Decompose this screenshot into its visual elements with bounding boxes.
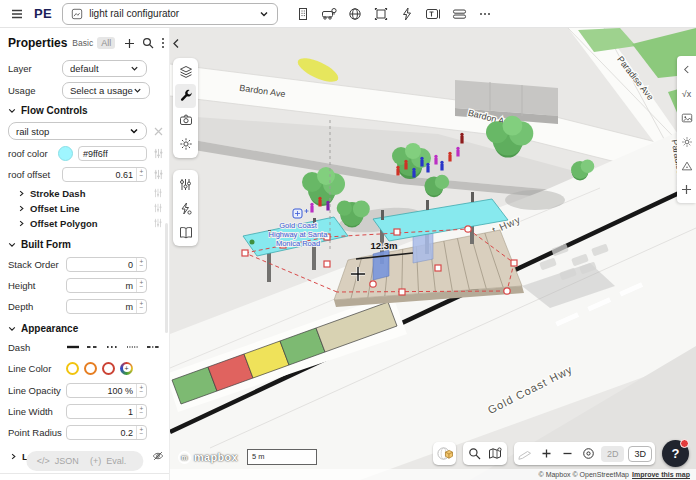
stepper[interactable]: +− (136, 426, 146, 439)
attribution-link[interactable]: Improve this map (632, 471, 690, 478)
formula-icon[interactable]: √x (678, 83, 695, 104)
kebab-menu-icon[interactable] (161, 37, 165, 49)
eval-button[interactable]: Eval. (106, 456, 126, 466)
dash-option-solid[interactable] (66, 344, 80, 350)
collapse-right-icon[interactable] (678, 59, 695, 80)
stepper-down[interactable]: − (140, 306, 144, 311)
terrain-icon[interactable] (678, 155, 695, 176)
gear-icon[interactable] (175, 132, 196, 156)
layers-icon[interactable] (175, 60, 196, 84)
line-color-yellow[interactable] (66, 362, 79, 375)
stepper[interactable]: +− (136, 384, 146, 397)
map-search-icon[interactable] (464, 442, 485, 465)
line-width-row: Line Width 1 +− (8, 403, 169, 419)
dash-option-dotted[interactable] (106, 344, 120, 350)
stepper-down[interactable]: − (140, 411, 144, 416)
compass-icon[interactable] (578, 442, 599, 465)
stack-order-input[interactable]: 0 +− (66, 257, 147, 272)
data-driven-icon[interactable] (147, 148, 169, 159)
flow-bolt-icon[interactable] (175, 196, 196, 220)
zoom-out-icon[interactable] (557, 442, 578, 465)
book-icon[interactable] (175, 220, 196, 244)
stepper[interactable]: +− (136, 279, 146, 292)
stroke-dash-group[interactable]: Stroke Dash (18, 187, 169, 199)
mode-basic[interactable]: Basic (72, 38, 93, 48)
line-color-add[interactable]: + (120, 362, 133, 375)
roof-color-input[interactable]: #9ff6ff (78, 146, 147, 161)
building-icon[interactable] (292, 4, 314, 24)
stepper[interactable]: +− (136, 258, 146, 271)
stepper-down[interactable]: − (140, 264, 144, 269)
attribution-bar: © Mapbox © OpenStreetMap Improve this ma… (170, 469, 696, 480)
point-radius-input[interactable]: 0.2 +− (66, 425, 147, 440)
textbox-icon[interactable] (422, 4, 444, 24)
map-fold-icon[interactable] (485, 442, 506, 465)
depth-input[interactable]: m +− (66, 299, 147, 314)
height-value: m (67, 279, 136, 292)
stepper-down[interactable]: − (140, 432, 144, 437)
measurement-value: 12.3m (371, 240, 398, 251)
view-3d-button[interactable]: 3D (628, 446, 652, 462)
view-2d-button[interactable]: 2D (601, 446, 625, 462)
map-canvas[interactable]: Bardon Ave Bardon Ave Paradise Ave Parad… (170, 28, 696, 480)
line-color-red[interactable] (102, 362, 115, 375)
layer-select[interactable]: default (62, 60, 147, 77)
wrench-icon[interactable] (175, 84, 196, 108)
project-selector[interactable]: light rail configurator (62, 3, 278, 25)
collapse-panel-icon[interactable] (172, 38, 180, 49)
map-tools-secondary (173, 170, 198, 246)
dash-option-dashed[interactable] (86, 344, 100, 350)
panel-scrollbar[interactable] (165, 223, 168, 333)
glass-panel (373, 250, 389, 280)
flow-controls-section[interactable]: Flow Controls (8, 104, 169, 117)
app-logo[interactable]: PE (34, 6, 52, 21)
chevron-down-icon (129, 126, 139, 136)
remove-flow-icon[interactable] (147, 127, 169, 136)
menu-icon[interactable] (6, 4, 28, 24)
transform-frame-icon[interactable] (370, 4, 392, 24)
json-button[interactable]: JSON (55, 456, 79, 466)
stepper-down[interactable]: − (140, 285, 144, 290)
add-icon[interactable] (678, 179, 695, 200)
line-opacity-input[interactable]: 100 % +− (66, 383, 147, 398)
roof-offset-input[interactable]: 0.61 +− (62, 167, 147, 182)
built-form-section[interactable]: Built Form (8, 238, 169, 251)
mapbox-logo[interactable]: m mapbox (178, 451, 238, 464)
mode-all[interactable]: All (97, 37, 115, 49)
add-property-button[interactable] (124, 38, 135, 49)
flow-type-select[interactable]: rail stop (8, 122, 147, 140)
globe-icon[interactable] (344, 4, 366, 24)
data-driven-icon[interactable] (147, 203, 169, 213)
offset-line-group[interactable]: Offset Line (18, 202, 169, 214)
data-driven-icon[interactable] (147, 188, 169, 198)
stepper[interactable]: +− (136, 405, 146, 418)
data-driven-icon[interactable] (147, 169, 169, 180)
sun-icon[interactable] (678, 131, 695, 152)
help-button[interactable]: ? (662, 440, 689, 467)
line-width-input[interactable]: 1 +− (66, 404, 147, 419)
eye-off-icon[interactable] (147, 450, 169, 462)
stepper-down[interactable]: − (140, 390, 144, 395)
stepper[interactable]: +− (136, 168, 146, 181)
roof-color-swatch[interactable] (58, 146, 73, 161)
height-input[interactable]: m +− (66, 278, 147, 293)
zoom-in-icon[interactable] (536, 442, 557, 465)
vehicle-icon[interactable] (318, 4, 340, 24)
dash-option-dash-dot[interactable] (146, 344, 160, 350)
usage-select[interactable]: Select a usage (62, 82, 150, 99)
draw-icon[interactable] (515, 442, 536, 465)
line-color-orange[interactable] (84, 362, 97, 375)
offset-polygon-group[interactable]: Offset Polygon (18, 217, 169, 229)
more-icon[interactable] (474, 4, 496, 24)
rows-icon[interactable] (448, 4, 470, 24)
appearance-section[interactable]: Appearance (8, 322, 169, 335)
stepper-down[interactable]: − (140, 174, 144, 179)
dash-option-fine-dotted[interactable] (126, 344, 140, 350)
sliders-icon[interactable] (175, 172, 196, 196)
camera-icon[interactable] (175, 108, 196, 132)
asset-button[interactable] (433, 442, 456, 465)
image-icon[interactable] (678, 107, 695, 128)
search-icon[interactable] (142, 37, 154, 49)
bolt-icon[interactable] (396, 4, 418, 24)
stepper[interactable]: +− (136, 300, 146, 313)
